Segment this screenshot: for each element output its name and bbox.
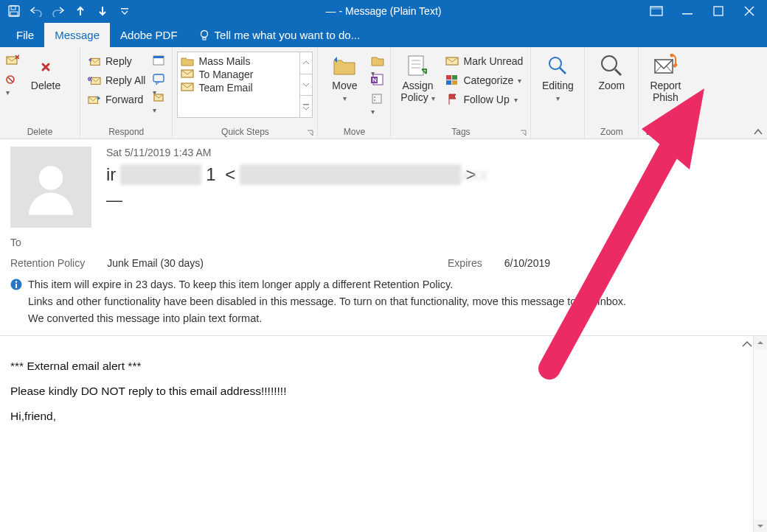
zoom-icon [599, 53, 624, 78]
reply-all-button[interactable]: Reply All [85, 72, 148, 88]
info-icon [10, 279, 22, 290]
maximize-icon[interactable] [711, 4, 726, 18]
tab-file[interactable]: File [6, 23, 44, 47]
svg-rect-31 [452, 75, 457, 80]
subject-line: — [106, 191, 757, 210]
rules-icon[interactable]: ▾ [371, 55, 384, 68]
svg-point-35 [602, 56, 617, 71]
chevron-down-icon: ▾ [343, 94, 347, 103]
actions-icon[interactable]: ▾ [371, 93, 384, 106]
save-icon[interactable] [7, 4, 21, 18]
tab-message[interactable]: Message [44, 23, 110, 47]
flag-icon [445, 93, 459, 106]
onenote-icon[interactable]: N [371, 74, 384, 87]
scroll-down-icon[interactable] [754, 519, 767, 532]
svg-point-38 [39, 166, 63, 190]
expires-label: Expires [448, 257, 482, 269]
mark-unread-button[interactable]: Mark Unread [442, 53, 526, 69]
retention-label: Retention Policy [10, 257, 85, 269]
quick-steps-gallery[interactable]: Mass Mails To Manager Team Email [177, 52, 313, 118]
svg-rect-16 [153, 56, 164, 58]
svg-rect-17 [153, 74, 164, 82]
reply-button[interactable]: Reply [85, 53, 148, 69]
close-icon[interactable] [742, 4, 757, 18]
more-respond-icon[interactable]: ▾ [153, 93, 166, 106]
svg-rect-30 [446, 75, 451, 80]
scroll-track[interactable] [754, 349, 767, 519]
svg-rect-2 [10, 12, 18, 15]
svg-rect-40 [15, 284, 17, 288]
sender-line: irxxxxxxxx1 <xxxxxxxxxxxxxxxxxxxxxxxxxxx… [106, 164, 757, 185]
svg-point-37 [670, 54, 674, 57]
delete-button[interactable]: Delete [24, 50, 68, 91]
dialog-launcher-icon[interactable] [307, 130, 314, 137]
im-icon[interactable]: ▾ [153, 74, 166, 87]
svg-rect-28 [409, 56, 423, 75]
next-item-icon[interactable] [96, 4, 109, 18]
tell-me-search[interactable]: Tell me what you want to do... [188, 23, 371, 47]
categorize-button[interactable]: Categorize ▾ [442, 72, 526, 88]
follow-up-button[interactable]: Follow Up ▾ [442, 91, 526, 108]
tab-adobe-pdf[interactable]: Adobe PDF [110, 23, 188, 47]
policy-icon [405, 53, 430, 78]
editing-button[interactable]: Editing▾ [535, 50, 580, 103]
gallery-more-icon[interactable] [300, 96, 312, 117]
group-label-quicksteps: Quick Steps [177, 125, 313, 137]
svg-rect-32 [446, 80, 451, 85]
forward-button[interactable]: Forward [85, 91, 148, 108]
collapse-ribbon-icon[interactable] [754, 128, 763, 136]
zoom-button[interactable]: Zoom [589, 50, 634, 91]
svg-point-8 [201, 30, 207, 37]
ribbon-display-icon[interactable] [649, 4, 664, 18]
gallery-down-icon[interactable] [300, 74, 312, 97]
reply-icon [88, 55, 101, 68]
group-label-email-security: Email S… [643, 125, 687, 137]
svg-rect-9 [203, 38, 206, 40]
meeting-icon[interactable] [153, 55, 166, 68]
group-label-delete: Delete [4, 125, 75, 137]
group-label-tags: Tags [395, 125, 526, 137]
forward-icon [88, 93, 101, 106]
move-button[interactable]: Move▾ [322, 50, 367, 103]
lightbulb-icon [198, 29, 210, 41]
svg-rect-7 [714, 7, 723, 15]
redo-icon[interactable] [52, 4, 65, 18]
quick-step-mass-mails[interactable]: Mass Mails [181, 55, 299, 67]
group-label-zoom: Zoom [589, 125, 634, 137]
envelope-icon [181, 83, 194, 93]
to-label: To [0, 234, 767, 251]
retention-value: Junk Email (30 days) [107, 257, 204, 269]
quick-step-team-email[interactable]: Team Email [181, 82, 299, 94]
svg-point-26 [374, 97, 375, 98]
move-icon [332, 53, 357, 78]
folder-icon [181, 56, 194, 66]
message-body: *** External email alert *** Please kind… [0, 336, 753, 532]
reply-all-icon [88, 74, 101, 87]
svg-rect-1 [11, 6, 15, 10]
ignore-icon[interactable] [6, 55, 19, 68]
scroll-up-icon[interactable] [754, 336, 767, 349]
junk-icon[interactable]: ▾ [6, 74, 19, 87]
report-phish-button[interactable]: ReportPhish [643, 50, 687, 103]
svg-text:N: N [372, 77, 377, 83]
qat-customize-icon[interactable] [118, 4, 131, 18]
assign-policy-button[interactable]: AssignPolicy ▾ [395, 50, 440, 103]
svg-rect-3 [121, 8, 128, 10]
svg-point-34 [549, 57, 561, 69]
minimize-icon[interactable] [680, 4, 695, 18]
info-bar-text: This item will expire in 23 days. To kee… [28, 276, 626, 328]
gallery-up-icon[interactable] [300, 52, 312, 74]
expires-value: 6/10/2019 [504, 257, 550, 269]
group-label-respond: Respond [85, 125, 167, 137]
quick-step-to-manager[interactable]: To Manager [181, 69, 299, 80]
categorize-icon [445, 74, 459, 87]
svg-rect-21 [303, 104, 309, 105]
undo-icon[interactable] [30, 4, 43, 18]
delete-icon [33, 53, 58, 78]
phish-icon [653, 53, 678, 78]
svg-rect-25 [372, 94, 381, 103]
prev-item-icon[interactable] [74, 4, 87, 18]
scrollbar[interactable] [753, 336, 767, 532]
dialog-launcher-icon[interactable] [520, 130, 527, 137]
find-icon [545, 53, 570, 78]
